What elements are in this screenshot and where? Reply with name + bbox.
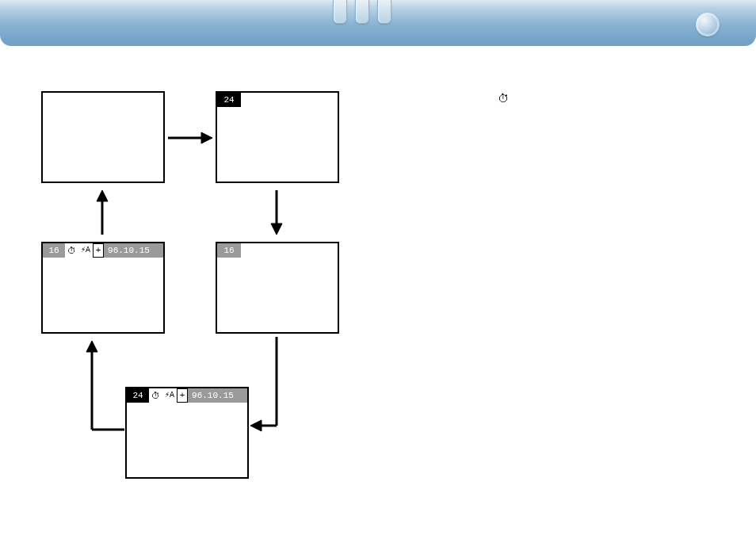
arrow-elbow-5-3 (81, 341, 124, 436)
svg-marker-3 (271, 224, 282, 235)
lcd-frame-5: 24 ⏱ ⚡A + 96.10.15 (125, 387, 249, 479)
plus-icon: + (177, 388, 188, 403)
date-3: 96.10.15 (104, 243, 163, 258)
svg-marker-11 (86, 341, 97, 352)
tab-3[interactable] (377, 0, 391, 24)
app-top-bar (0, 0, 756, 46)
frame-count-3: 16 (43, 243, 65, 258)
arrow-elbow-4-5 (250, 337, 290, 436)
flash-auto-icon: ⚡A (78, 243, 93, 258)
lcd-frame-2: 24 (216, 91, 339, 183)
flash-auto-icon: ⚡A (162, 388, 177, 403)
tab-1[interactable] (333, 0, 347, 24)
self-timer-icon: ⏱ (498, 92, 509, 105)
arrow-right-1-2 (168, 131, 212, 145)
lcd-header-4: 16 (217, 243, 338, 258)
timer-icon: ⏱ (65, 243, 78, 258)
lcd-frame-1 (41, 91, 165, 183)
svg-marker-5 (97, 190, 108, 201)
svg-marker-1 (201, 132, 212, 143)
top-tabs (333, 0, 391, 24)
timer-icon: ⏱ (149, 388, 162, 403)
tab-2[interactable] (355, 0, 369, 24)
frame-count-4: 16 (217, 243, 241, 258)
lens-ring-button[interactable] (696, 13, 720, 36)
lcd-frame-4: 16 (216, 242, 339, 334)
frame-count-5: 24 (127, 388, 149, 403)
lcd-header-5: 24 ⏱ ⚡A + 96.10.15 (127, 388, 247, 403)
arrow-up-3-1 (95, 190, 109, 235)
plus-icon: + (93, 243, 104, 258)
lcd-header-3: 16 ⏱ ⚡A + 96.10.15 (43, 243, 163, 258)
arrow-down-2-4 (269, 190, 284, 235)
frame-count-2: 24 (217, 93, 241, 107)
svg-marker-8 (250, 420, 262, 431)
date-5: 96.10.15 (188, 388, 247, 403)
lcd-header-2: 24 (217, 93, 338, 107)
lcd-frame-3: 16 ⏱ ⚡A + 96.10.15 (41, 242, 165, 334)
